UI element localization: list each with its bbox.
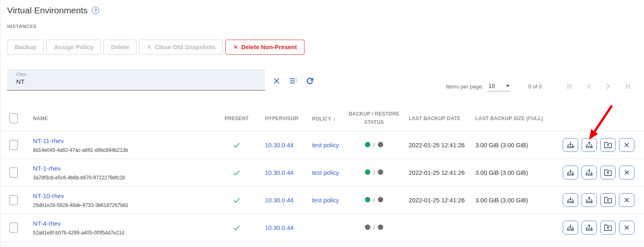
refresh-button[interactable] bbox=[304, 75, 316, 87]
items-per-page-select[interactable]: 10 bbox=[487, 82, 511, 91]
next-page-icon bbox=[604, 82, 613, 91]
toolbar: Backup Assign Policy Delete ✕ Clean Old … bbox=[7, 40, 644, 55]
sort-descending-icon: ↓ bbox=[333, 115, 336, 122]
filter-settings-icon bbox=[289, 76, 298, 86]
backup-tray-down-icon bbox=[566, 195, 575, 205]
header-name: NAME bbox=[26, 116, 216, 121]
filter-field[interactable]: Filter bbox=[7, 69, 265, 91]
row-checkbox[interactable] bbox=[9, 222, 18, 233]
header-last-backup-date: LAST BACKUP DATE bbox=[401, 116, 468, 121]
instance-uuid: 25db1e28-5928-48de-9733-3b6187267b81 bbox=[33, 202, 216, 208]
help-icon[interactable]: ? bbox=[92, 7, 99, 14]
next-page-button[interactable] bbox=[602, 81, 614, 92]
restore-status-dot bbox=[378, 197, 383, 202]
table-row: NT-11-rhev 8d14e045-4d82-47ac-a691-d9bc8… bbox=[0, 131, 644, 159]
first-page-icon bbox=[565, 82, 574, 91]
backup-status-dot bbox=[365, 142, 370, 147]
instance-name-link[interactable]: NT-4-rhev bbox=[33, 220, 61, 227]
select-all-checkbox[interactable] bbox=[9, 113, 18, 124]
backup-button[interactable]: Backup bbox=[7, 40, 44, 55]
policy-link[interactable]: test policy bbox=[312, 169, 339, 176]
chevron-down-icon bbox=[506, 85, 510, 87]
restore-tray-up-icon bbox=[584, 195, 594, 205]
last-backup-date: 2022-01-25 12:41:26 bbox=[401, 142, 468, 149]
restore-status-dot bbox=[378, 142, 383, 147]
table-header-row: NAME PRESENT HYPERVISOR POLICY↓ BACKUP /… bbox=[0, 106, 644, 131]
backup-action-button[interactable] bbox=[563, 221, 578, 234]
delete-x-icon bbox=[622, 168, 632, 177]
x-icon: ✕ bbox=[147, 43, 152, 51]
page-range-label: 0 of 0 bbox=[528, 83, 549, 90]
restore-action-button[interactable] bbox=[582, 166, 597, 179]
instances-section-label: INSTANCES bbox=[7, 24, 644, 29]
instance-uuid: 8d14e045-4d82-47ac-a691-d9bc894b213b bbox=[33, 147, 216, 153]
present-check-icon bbox=[232, 141, 241, 150]
backup-action-button[interactable] bbox=[563, 193, 578, 207]
delete-action-button[interactable] bbox=[619, 138, 634, 152]
header-policy[interactable]: POLICY↓ bbox=[305, 115, 347, 122]
table-row: NT-4-rhev 52a81e8f-b07b-4299-a405-0f0f54… bbox=[0, 214, 644, 242]
last-backup-size: 3.00 GiB (3.00 GiB) bbox=[468, 169, 555, 176]
page-title: Virtual Environments bbox=[7, 5, 87, 15]
filter-row: Filter Item bbox=[0, 69, 644, 92]
restore-tray-up-icon bbox=[584, 223, 594, 232]
delete-action-button[interactable] bbox=[619, 221, 634, 234]
mount-action-button[interactable] bbox=[600, 193, 616, 207]
delete-non-present-button[interactable]: ✕ Delete Non-Present bbox=[225, 40, 304, 55]
present-check-icon bbox=[232, 196, 241, 205]
mount-action-button[interactable] bbox=[600, 138, 616, 152]
mount-action-button[interactable] bbox=[600, 166, 616, 179]
delete-button[interactable]: Delete bbox=[103, 40, 137, 55]
first-page-button[interactable] bbox=[564, 81, 576, 92]
backup-status-dot bbox=[365, 169, 370, 175]
policy-link[interactable]: test policy bbox=[312, 142, 339, 149]
page-header: Virtual Environments ? bbox=[7, 5, 644, 15]
instance-name-link[interactable]: NT-1-rhev bbox=[33, 165, 61, 172]
status-separator: / bbox=[373, 224, 375, 231]
row-actions bbox=[555, 193, 644, 207]
backup-tray-down-icon bbox=[566, 223, 575, 232]
filter-input[interactable] bbox=[16, 78, 250, 85]
hypervisor-link[interactable]: 10.30.0.44 bbox=[265, 142, 294, 149]
last-page-button[interactable] bbox=[622, 81, 633, 92]
policy-link[interactable]: test policy bbox=[312, 197, 339, 204]
instance-name-link[interactable]: NT-10-rhev bbox=[33, 192, 64, 199]
restore-action-button[interactable] bbox=[582, 193, 597, 207]
mount-action-button[interactable] bbox=[600, 221, 616, 234]
instance-uuid: 3a78f3cb-e5c6-4b6b-b670-9722279dfc28 bbox=[33, 175, 216, 181]
last-backup-date: 2022-01-25 12:41:26 bbox=[401, 197, 468, 204]
items-per-page-label: Items per page: bbox=[446, 83, 483, 90]
row-actions bbox=[555, 166, 644, 179]
assign-policy-button[interactable]: Assign Policy bbox=[46, 40, 101, 55]
row-actions bbox=[555, 138, 644, 152]
backup-action-button[interactable] bbox=[563, 166, 578, 179]
filter-actions bbox=[271, 75, 316, 87]
row-checkbox[interactable] bbox=[9, 195, 18, 205]
restore-action-button[interactable] bbox=[582, 138, 597, 152]
backup-tray-down-icon bbox=[566, 168, 575, 177]
previous-page-icon bbox=[584, 82, 594, 91]
restore-status-dot bbox=[378, 169, 383, 175]
instance-name-link[interactable]: NT-11-rhev bbox=[33, 137, 64, 144]
last-backup-size: 3.00 GiB (3.00 GiB) bbox=[468, 197, 555, 204]
row-checkbox[interactable] bbox=[9, 140, 18, 150]
clear-filter-button[interactable] bbox=[271, 75, 282, 87]
filter-settings-button[interactable] bbox=[287, 75, 299, 87]
delete-x-icon bbox=[622, 223, 632, 232]
present-check-icon bbox=[232, 223, 241, 232]
backup-action-button[interactable] bbox=[563, 138, 578, 152]
row-checkbox[interactable] bbox=[9, 167, 18, 178]
clean-old-snapshots-label: Clean Old Snapshots bbox=[155, 44, 216, 50]
restore-action-button[interactable] bbox=[582, 221, 597, 234]
hypervisor-link[interactable]: 10.30.0.44 bbox=[265, 169, 294, 176]
restore-tray-up-icon bbox=[584, 140, 594, 150]
clean-old-snapshots-button[interactable]: ✕ Clean Old Snapshots bbox=[139, 40, 223, 55]
delete-action-button[interactable] bbox=[619, 193, 634, 207]
previous-page-button[interactable] bbox=[583, 81, 595, 92]
virtual-environments-page: Virtual Environments ? INSTANCES Backup … bbox=[0, 0, 644, 247]
status-separator: / bbox=[373, 197, 375, 204]
hypervisor-link[interactable]: 10.30.0.44 bbox=[265, 224, 294, 231]
pager-controls bbox=[564, 81, 633, 92]
delete-action-button[interactable] bbox=[619, 166, 634, 179]
hypervisor-link[interactable]: 10.30.0.44 bbox=[265, 197, 294, 204]
